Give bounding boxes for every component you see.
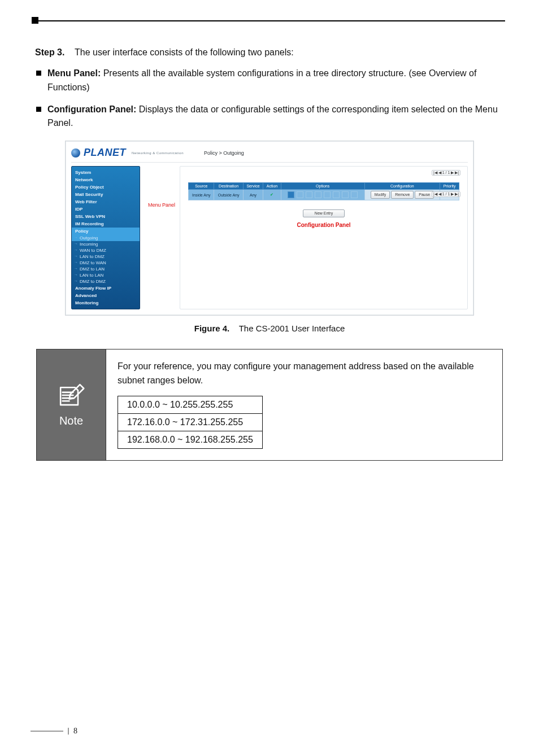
sidebar-item-lan-to-dmz[interactable]: LAN to DMZ	[72, 254, 140, 260]
col-destination: Destination	[214, 183, 243, 190]
ui-screenshot: PLANET Networking & Communication Policy…	[65, 141, 474, 316]
sidebar-item-lan-to-lan[interactable]: LAN to LAN	[72, 272, 140, 278]
figure-caption: Figure 4. The CS-2001 User Interface	[35, 324, 504, 333]
sidebar-item-im-recording[interactable]: IM Recording	[72, 220, 140, 228]
bullet2-title: Configuration Panel:	[47, 104, 136, 114]
remove-button[interactable]: Remove	[391, 191, 414, 199]
sidebar-item-ssl-web-vpn[interactable]: SSL Web VPN	[72, 213, 140, 220]
col-priority: Priority	[440, 183, 459, 190]
cell-source: Inside Any	[189, 190, 214, 200]
figure-text: The CS-2001 User Interface	[239, 324, 345, 333]
header-rule	[34, 20, 505, 21]
note-label: Note	[59, 414, 83, 427]
bullet1-title: Menu Panel:	[47, 68, 101, 78]
sidebar-item-system[interactable]: System	[72, 169, 140, 176]
table-row: Inside Any Outside Any Any ✔	[189, 190, 459, 200]
sidebar-item-idp[interactable]: IDP	[72, 206, 140, 213]
option-icon[interactable]	[288, 191, 294, 198]
sidebar-item-anomaly-flow-ip[interactable]: Anomaly Flow IP	[72, 285, 140, 292]
option-icon[interactable]	[306, 191, 312, 198]
note-box: Note For your reference, you may configu…	[36, 349, 503, 461]
sidebar-item-dmz-to-wan[interactable]: DMZ to WAN	[72, 260, 140, 266]
option-icon[interactable]	[315, 191, 321, 198]
option-icon[interactable]	[333, 191, 340, 198]
brand-subtext: Networking & Communication	[132, 151, 184, 155]
range-row: 10.0.0.0 ~ 10.255.255.255	[118, 396, 263, 413]
page-footer: 8	[31, 727, 77, 736]
menu-panel-callout: Menu Panel	[148, 202, 175, 309]
note-text: For your reference, you may configure yo…	[118, 360, 491, 388]
bullet-configuration-panel: Configuration Panel: Displays the data o…	[35, 103, 504, 131]
configuration-panel-callout: Configuration Panel	[188, 222, 459, 228]
bullet-menu-panel: Menu Panel: Presents all the available s…	[35, 67, 504, 95]
sidebar-item-dmz-to-dmz[interactable]: DMZ to DMZ	[72, 278, 140, 285]
globe-icon	[71, 148, 80, 158]
sidebar-item-network[interactable]: Network	[72, 176, 140, 183]
sidebar-item-policy-object[interactable]: Policy Object	[72, 183, 140, 191]
sidebar-item-mail-security[interactable]: Mail Security	[72, 191, 140, 198]
sidebar-item-wan-to-dmz[interactable]: WAN to DMZ	[72, 247, 140, 254]
sidebar-item-monitoring[interactable]: Monitoring	[72, 299, 140, 307]
breadcrumb: Policy > Outgoing	[204, 150, 244, 156]
cell-destination: Outside Any	[214, 190, 243, 200]
step-line: Step 3. The user interface consists of t…	[35, 47, 504, 58]
cell-options	[281, 190, 364, 200]
page-number: 8	[73, 727, 77, 736]
step-text: The user interface consists of the follo…	[75, 47, 294, 57]
col-configuration: Configuration	[364, 183, 440, 190]
sidebar: System Network Policy Object Mail Securi…	[71, 166, 140, 309]
brand-text: PLANET	[84, 147, 126, 159]
pager-top[interactable]: |◀ ◀ 1 / 1 ▶ ▶|	[432, 170, 460, 176]
bullet1-text: Presents all the available system config…	[47, 68, 476, 92]
subnet-ranges-table: 10.0.0.0 ~ 10.255.255.255 172.16.0.0 ~ 1…	[118, 396, 263, 449]
step-label: Step 3.	[35, 47, 64, 57]
figure-label: Figure 4.	[194, 324, 230, 333]
cell-service: Any	[243, 190, 263, 200]
option-icon[interactable]	[297, 191, 303, 198]
col-action: Action	[263, 183, 281, 190]
option-icon[interactable]	[351, 191, 358, 198]
sidebar-item-outgoing[interactable]: Outgoing	[72, 235, 140, 241]
cell-configuration: Modify Remove Pause	[364, 190, 440, 200]
option-icon[interactable]	[324, 191, 331, 198]
check-icon: ✔	[270, 193, 273, 196]
cell-action: ✔	[263, 190, 281, 200]
sidebar-item-incoming[interactable]: Incoming	[72, 241, 140, 247]
sidebar-item-web-filter[interactable]: Web Filter	[72, 198, 140, 206]
col-options: Options	[281, 183, 364, 190]
modify-button[interactable]: Modify	[371, 191, 390, 199]
range-row: 192.168.0.0 ~ 192.168.255.255	[118, 431, 263, 448]
configuration-panel: |◀ ◀ 1 / 1 ▶ ▶| Source Destination Servi…	[180, 166, 468, 309]
sidebar-item-dmz-to-lan[interactable]: DMZ to LAN	[72, 266, 140, 272]
col-service: Service	[243, 183, 263, 190]
range-row: 172.16.0.0 ~ 172.31.255.255	[118, 413, 263, 431]
pager-bottom[interactable]: |◀ ◀ 1 / 1 ▶ ▶|	[432, 191, 460, 197]
col-source: Source	[189, 183, 214, 190]
sidebar-item-advanced[interactable]: Advanced	[72, 292, 140, 299]
option-icon[interactable]	[342, 191, 349, 198]
policy-table: Source Destination Service Action Option…	[188, 182, 459, 200]
sidebar-item-policy[interactable]: Policy	[72, 228, 140, 235]
brand-logo: PLANET Networking & Communication	[71, 147, 184, 159]
note-icon	[55, 382, 87, 409]
new-entry-button[interactable]: New Entry	[303, 209, 345, 217]
